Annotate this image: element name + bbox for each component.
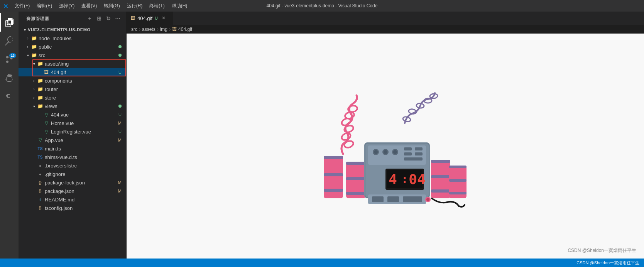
public-label: public bbox=[39, 44, 115, 50]
breadcrumb-img[interactable]: img bbox=[160, 27, 167, 32]
svg-rect-47 bbox=[431, 189, 450, 193]
ts-icon: TS bbox=[37, 145, 43, 152]
tree-shimsvue[interactable]: › TS shims-vue.d.ts bbox=[19, 153, 126, 161]
folder-icon: 📁 bbox=[31, 35, 37, 41]
packagejson-label: package.json bbox=[45, 188, 115, 194]
activity-explorer[interactable] bbox=[0, 13, 19, 32]
tree-loginregistervue[interactable]: › ▽ LoginRegister.vue U bbox=[19, 127, 126, 136]
tree-public[interactable]: › 📁 public bbox=[19, 42, 126, 51]
tree-maints[interactable]: › TS main.ts bbox=[19, 144, 126, 153]
tab-close-button[interactable]: ✕ bbox=[160, 15, 167, 22]
watermark: CSDN @Sheldon一寞烟雨任平生 bbox=[568, 247, 636, 254]
store-label: store bbox=[45, 95, 122, 101]
tree-router[interactable]: › 📁 router bbox=[19, 85, 126, 93]
svg-rect-13 bbox=[324, 173, 343, 176]
editor-area: 🖼 404.gif U ✕ src › assets › img › 🖼 404… bbox=[127, 12, 644, 259]
svg-rect-16 bbox=[346, 162, 365, 165]
text-icon: ● bbox=[37, 171, 43, 177]
dot-badge bbox=[118, 45, 122, 48]
shimsvue-label: shims-vue.d.ts bbox=[45, 154, 122, 160]
tree-packagelockjson[interactable]: › {} package-lock.json M bbox=[19, 178, 126, 187]
tree-appvue[interactable]: › ▽ App.vue M bbox=[19, 136, 126, 144]
loginregistervue-label: LoginRegister.vue bbox=[51, 129, 115, 135]
activity-scm[interactable]: 13 bbox=[0, 50, 19, 69]
svg-rect-40 bbox=[387, 196, 399, 202]
json-icon: {} bbox=[37, 188, 43, 194]
svg-rect-32 bbox=[404, 157, 423, 161]
editor-content: 4 : 04 bbox=[127, 34, 644, 259]
svg-point-23 bbox=[374, 150, 378, 154]
sidebar: 资源管理器 + ⊞ ↻ ⋯ ▾ VUE3-ELEMENTPLUS-DEMO › … bbox=[19, 12, 127, 259]
chevron-down-icon: ▾ bbox=[31, 103, 37, 109]
titlebar-menu-item[interactable]: 选择(Y) bbox=[56, 2, 78, 10]
chevron-down-icon: ▾ bbox=[22, 27, 28, 33]
dot-badge bbox=[118, 54, 122, 57]
titlebar-menu-item[interactable]: 运行(R) bbox=[124, 2, 146, 10]
breadcrumb-sep-2: › bbox=[157, 27, 159, 32]
activity-debug[interactable] bbox=[0, 69, 19, 87]
chevron-right-icon: › bbox=[31, 86, 37, 92]
refresh-icon[interactable]: ↻ bbox=[105, 15, 112, 22]
breadcrumb-src[interactable]: src bbox=[131, 27, 137, 32]
svg-rect-51 bbox=[449, 192, 467, 194]
activity-extensions[interactable] bbox=[0, 87, 19, 106]
untracked-badge: U bbox=[118, 112, 122, 117]
gif-icon: 🖼 bbox=[43, 69, 49, 75]
status-bar-csdn[interactable]: CSDN @Sheldon一寞烟雨任平生 bbox=[575, 260, 641, 266]
titlebar-title: 404.gif - vue3-elementplus-demo - Visual… bbox=[267, 3, 378, 8]
breadcrumb-sep-3: › bbox=[169, 27, 171, 32]
tree-src[interactable]: ▾ 📁 src bbox=[19, 51, 126, 59]
components-label: components bbox=[45, 78, 122, 84]
breadcrumb-assets[interactable]: assets bbox=[142, 27, 156, 32]
titlebar-menu-item[interactable]: 文件(F) bbox=[12, 2, 33, 10]
tree-views[interactable]: ▾ 📁 views bbox=[19, 102, 126, 110]
maints-label: main.ts bbox=[45, 146, 122, 152]
svg-rect-28 bbox=[404, 147, 412, 150]
tree-browserslistrc[interactable]: › ● .browserslistrc bbox=[19, 161, 126, 170]
tab-404gif[interactable]: 🖼 404.gif U ✕ bbox=[127, 12, 173, 25]
tree-components[interactable]: › 📁 components bbox=[19, 76, 126, 85]
sidebar-tree: ▾ VUE3-ELEMENTPLUS-DEMO › 📁 node_modules… bbox=[19, 25, 126, 259]
collapse-all-icon[interactable]: ⋯ bbox=[114, 15, 122, 22]
tab-untracked-badge: U bbox=[155, 16, 158, 20]
svg-text:4: 4 bbox=[389, 171, 397, 187]
svg-rect-45 bbox=[431, 160, 450, 163]
homevue-label: Home.vue bbox=[51, 120, 115, 126]
folder-icon: 📁 bbox=[37, 95, 43, 101]
activity-bar: 13 bbox=[0, 12, 19, 259]
vue-icon: ▽ bbox=[37, 137, 43, 143]
tree-gitignore[interactable]: › ● .gitignore bbox=[19, 170, 126, 178]
gif-tab-icon: 🖼 bbox=[130, 15, 135, 21]
project-label: VUE3-ELEMENTPLUS-DEMO bbox=[28, 27, 122, 32]
tree-assets-img-group: ▾ 📁 assets\img › 🖼 404.gif U bbox=[19, 59, 126, 76]
activity-search[interactable] bbox=[0, 32, 19, 50]
new-file-icon[interactable]: + bbox=[86, 15, 94, 22]
titlebar-menu-item[interactable]: 帮助(H) bbox=[169, 2, 191, 10]
tree-packagejson[interactable]: › {} package.json M bbox=[19, 187, 126, 195]
browserslistrc-label: .browserslistrc bbox=[45, 163, 122, 169]
folder-icon: 📁 bbox=[37, 61, 43, 67]
titlebar-menu-item[interactable]: 转到(G) bbox=[101, 2, 123, 10]
svg-rect-12 bbox=[324, 156, 343, 159]
tree-store[interactable]: › 📁 store bbox=[19, 93, 126, 102]
watermark-text: CSDN @Sheldon一寞烟雨任平生 bbox=[568, 248, 636, 253]
breadcrumb-404gif[interactable]: 🖼 404.gif bbox=[172, 27, 192, 32]
tree-project-root[interactable]: ▾ VUE3-ELEMENTPLUS-DEMO bbox=[19, 25, 126, 34]
tree-404vue[interactable]: › ▽ 404.vue U bbox=[19, 110, 126, 119]
tree-homevue[interactable]: › ▽ Home.vue M bbox=[19, 119, 126, 127]
packagelockjson-label: package-lock.json bbox=[45, 180, 115, 186]
titlebar-menu-item[interactable]: 终端(T) bbox=[146, 2, 167, 10]
titlebar-menu-item[interactable]: 查看(V) bbox=[78, 2, 100, 10]
tree-node-modules[interactable]: › 📁 node_modules bbox=[19, 34, 126, 42]
tree-readmemd[interactable]: › ℹ README.md bbox=[19, 195, 126, 204]
404-bomb-image: 4 : 04 bbox=[293, 84, 478, 208]
tree-assets-img[interactable]: ▾ 📁 assets\img bbox=[19, 59, 126, 68]
titlebar: ✕ 文件(F)编辑(E)选择(Y)查看(V)转到(G)运行(R)终端(T)帮助(… bbox=[0, 0, 644, 12]
svg-text::: : bbox=[401, 173, 408, 186]
titlebar-menu-item[interactable]: 编辑(E) bbox=[34, 2, 55, 10]
tree-404gif[interactable]: › 🖼 404.gif U bbox=[19, 68, 126, 76]
tree-tsconfigjson[interactable]: › {} tsconfig.json bbox=[19, 204, 126, 212]
new-folder-icon[interactable]: ⊞ bbox=[95, 15, 103, 22]
json-icon: {} bbox=[37, 205, 43, 211]
sidebar-header: 资源管理器 + ⊞ ↻ ⋯ bbox=[19, 12, 126, 25]
